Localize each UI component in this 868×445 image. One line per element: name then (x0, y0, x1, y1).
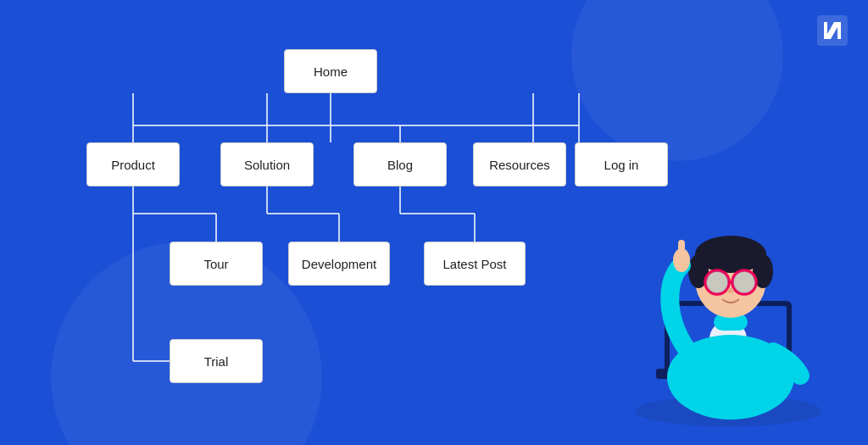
node-latest-post: Latest Post (424, 242, 526, 286)
svg-rect-43 (678, 240, 685, 260)
node-blog: Blog (353, 142, 447, 186)
node-home: Home (284, 49, 377, 93)
node-product: Product (86, 142, 180, 186)
node-resources: Resources (473, 142, 566, 186)
node-solution: Solution (220, 142, 314, 186)
svg-point-41 (727, 288, 734, 293)
node-development: Development (288, 242, 390, 286)
node-tour: Tour (170, 242, 263, 286)
node-trial: Trial (170, 339, 263, 383)
svg-point-40 (733, 271, 755, 293)
tree-diagram: Home Product Solution Blog Resources Log… (51, 17, 627, 432)
character-illustration (605, 114, 851, 445)
svg-point-39 (706, 271, 728, 293)
logo-icon (817, 15, 848, 46)
